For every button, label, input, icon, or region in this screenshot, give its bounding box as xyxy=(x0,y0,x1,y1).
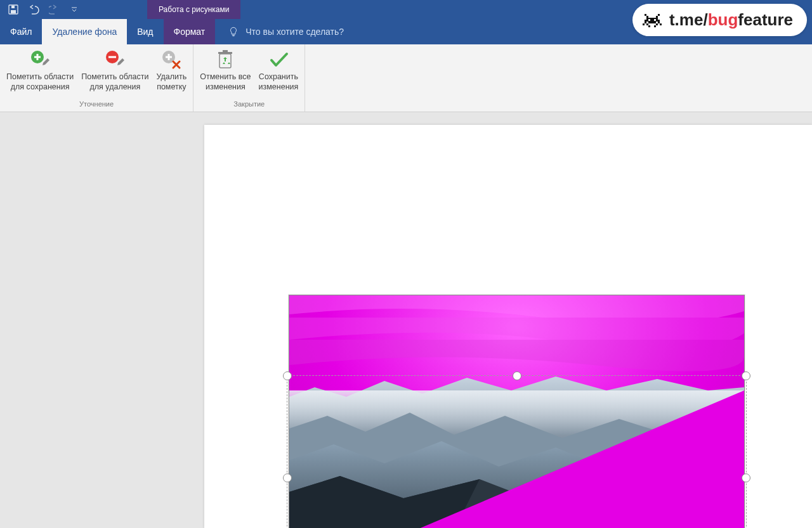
group-label-refine: Уточнение xyxy=(3,100,190,110)
svg-rect-21 xyxy=(646,16,648,18)
svg-rect-2 xyxy=(11,6,15,8)
label-line: Отменить все xyxy=(200,72,251,82)
svg-rect-30 xyxy=(646,23,648,25)
recycle-bin-icon xyxy=(214,48,237,71)
svg-rect-15 xyxy=(218,52,232,54)
svg-rect-23 xyxy=(646,18,658,20)
document-workspace[interactable] xyxy=(0,112,812,528)
mark-areas-remove-button[interactable]: Пометить области для удаления xyxy=(77,46,152,92)
watermark-badge: t.me/bugfeature xyxy=(632,4,807,36)
svg-rect-35 xyxy=(654,19,656,21)
qat-customize-button[interactable] xyxy=(67,3,81,16)
save-button[interactable] xyxy=(6,3,20,16)
delete-mark-button[interactable]: Удалить пометку xyxy=(153,46,191,92)
plus-circle-pencil-icon xyxy=(29,48,51,71)
tab-remove-background[interactable]: Удаление фона xyxy=(42,19,127,44)
svg-rect-34 xyxy=(648,19,650,21)
picture-content xyxy=(289,295,744,528)
label-line: изменения xyxy=(206,82,246,93)
picture-tools-context-label: Работа с рисунками xyxy=(147,0,240,19)
svg-rect-20 xyxy=(658,14,660,16)
tab-file[interactable]: Файл xyxy=(0,19,42,44)
svg-rect-8 xyxy=(37,54,39,60)
svg-rect-25 xyxy=(645,22,646,23)
svg-rect-22 xyxy=(656,16,658,18)
svg-rect-31 xyxy=(656,23,658,25)
svg-rect-1 xyxy=(11,10,16,13)
discard-changes-button[interactable]: Отменить все изменения xyxy=(196,46,254,92)
label-line: Пометить области xyxy=(6,72,74,82)
checkmark-icon xyxy=(267,48,290,71)
watermark-suffix: feature xyxy=(738,10,793,29)
svg-rect-27 xyxy=(658,22,660,23)
svg-rect-33 xyxy=(654,25,656,27)
mark-areas-keep-button[interactable]: Пометить области для сохранения xyxy=(3,46,77,92)
svg-rect-28 xyxy=(643,23,645,25)
ribbon: Пометить области для сохранения Пометить… xyxy=(0,44,812,112)
label-line: для сохранения xyxy=(11,82,70,93)
undo-button[interactable] xyxy=(27,3,41,16)
space-invader-icon xyxy=(643,12,662,29)
label-line: Удалить xyxy=(157,72,187,82)
watermark-highlight: bug xyxy=(708,10,738,29)
label-line: изменения xyxy=(259,82,299,93)
quick-access-toolbar xyxy=(0,0,88,19)
minus-circle-pencil-icon xyxy=(103,48,126,71)
tab-view[interactable]: Вид xyxy=(127,19,163,44)
lightbulb-icon xyxy=(228,26,239,37)
ribbon-group-refine: Пометить области для сохранения Пометить… xyxy=(0,44,193,112)
group-label-close: Закрытие xyxy=(196,100,302,110)
svg-rect-19 xyxy=(645,14,646,16)
redo-button[interactable] xyxy=(47,3,61,16)
svg-rect-29 xyxy=(660,23,662,25)
svg-rect-24 xyxy=(645,20,660,22)
svg-rect-26 xyxy=(648,22,656,23)
label-line: Сохранить xyxy=(259,72,298,82)
svg-rect-16 xyxy=(223,50,228,52)
delete-mark-icon xyxy=(160,48,183,71)
keep-changes-button[interactable]: Сохранить изменения xyxy=(255,46,303,92)
svg-rect-13 xyxy=(168,54,170,60)
tab-format[interactable]: Формат xyxy=(164,19,216,44)
label-line: пометку xyxy=(157,82,186,93)
svg-rect-32 xyxy=(648,25,650,27)
label-line: для удаления xyxy=(89,82,140,93)
ribbon-group-close: Отменить все изменения Сохранить изменен… xyxy=(193,44,305,112)
label-line: Пометить области xyxy=(81,72,148,82)
watermark-prefix: t.me/ xyxy=(669,10,708,29)
svg-rect-10 xyxy=(108,56,116,58)
picture-object[interactable] xyxy=(289,295,745,528)
tell-me-placeholder: Что вы хотите сделать? xyxy=(246,27,344,37)
tell-me-search[interactable]: Что вы хотите сделать? xyxy=(215,19,344,44)
